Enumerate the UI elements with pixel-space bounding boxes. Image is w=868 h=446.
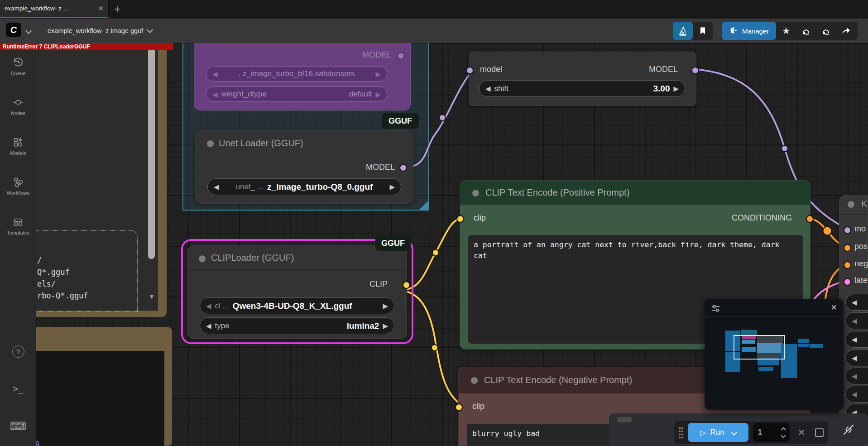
manager-button[interactable]: Manager: [722, 22, 776, 40]
theme-toggle-button[interactable]: [673, 22, 693, 40]
node-collapse-dot[interactable]: [848, 201, 854, 208]
widget-value: default: [349, 90, 372, 99]
templates-icon: [12, 216, 24, 228]
extension-button-1[interactable]: [796, 22, 816, 40]
prev-value-icon[interactable]: ◀: [214, 183, 219, 190]
sidebar-item-queue[interactable]: Queue: [0, 57, 36, 76]
model-output-port[interactable]: [691, 67, 699, 74]
node-title-bar[interactable]: CLIP Text Encode (Positive Prompt): [460, 181, 810, 205]
negative-input-port[interactable]: [844, 261, 851, 269]
latent-input-port[interactable]: [844, 278, 851, 286]
prev-value-icon[interactable]: ◀: [852, 373, 857, 379]
node-collapse-dot[interactable]: [472, 190, 479, 197]
decrement-icon[interactable]: [781, 433, 786, 438]
shift-widget[interactable]: ◀ shift 3.00 ▶: [479, 80, 685, 97]
prev-value-icon[interactable]: ◀: [485, 85, 491, 92]
favorites-button[interactable]: ★: [776, 22, 796, 40]
scroll-down-icon[interactable]: ▼: [149, 293, 155, 300]
bypassed-checkpoint-node[interactable]: MODEL ◀ . z_image_turbo_bf16.safetensors…: [194, 42, 411, 110]
prev-value-icon[interactable]: ◀: [206, 302, 211, 309]
prev-value-icon[interactable]: ◀: [852, 391, 857, 398]
node-badge-gguf: GGUF: [375, 235, 411, 251]
prev-value-icon[interactable]: ◀: [206, 322, 211, 329]
sidebar-help-button[interactable]: ?: [0, 345, 36, 358]
next-value-icon[interactable]: ▶: [375, 71, 381, 77]
prev-value-icon[interactable]: ◀: [852, 336, 857, 343]
run-options-chevron-icon[interactable]: [731, 429, 737, 436]
minimap-panel[interactable]: ✕: [705, 299, 844, 410]
widget-stub[interactable]: ◀: [845, 312, 868, 329]
error-toast[interactable]: RuntimeError 7 CLIPLoaderGGUF: [0, 43, 173, 50]
clip-input-port[interactable]: [455, 403, 463, 411]
prev-value-icon[interactable]: ◀: [212, 71, 218, 77]
clear-queue-icon[interactable]: ✕: [794, 427, 809, 438]
prev-value-icon[interactable]: ◀: [852, 355, 857, 361]
model-output-port[interactable]: [397, 52, 405, 60]
type-widget[interactable]: ◀ type lumina2 ▶: [200, 317, 394, 334]
note-node[interactable]: ▼ / Q*.gguf els/ rbo-Q*.gguf: [27, 42, 167, 317]
model-sampling-node[interactable]: model MODEL ◀ shift 3.00 ▶: [469, 52, 696, 106]
next-value-icon[interactable]: ▶: [383, 322, 388, 329]
run-button[interactable]: ▷ Run: [688, 423, 748, 442]
widget-stub[interactable]: ◀: [845, 386, 868, 403]
model-output-port[interactable]: [399, 164, 407, 172]
next-value-icon[interactable]: ▶: [375, 91, 381, 98]
unet-loader-node[interactable]: Unet Loader (GGUF) MODEL ◀ unet_ ... z_i…: [195, 130, 413, 204]
sidebar-item-models[interactable]: Models: [0, 136, 36, 156]
new-tab-button[interactable]: +: [114, 2, 120, 16]
batch-count-stepper[interactable]: [782, 428, 785, 437]
input-label: pos: [854, 242, 868, 251]
workflow-tab[interactable]: example_workflow- z ... ✕: [0, 0, 109, 18]
toolbar-drag-handle[interactable]: [679, 427, 683, 438]
widget-stub[interactable]: ◀: [845, 294, 868, 311]
share-button[interactable]: [836, 22, 856, 40]
model-input-port[interactable]: [844, 226, 851, 234]
widget-stub[interactable]: ◀: [845, 350, 868, 366]
sidebar-item-templates[interactable]: Templates: [0, 216, 36, 235]
minimap-options-icon[interactable]: [711, 303, 721, 313]
note-scrollbar-thumb[interactable]: [148, 47, 155, 259]
sidebar-item-workflows[interactable]: Workflows: [0, 176, 36, 196]
output-label: MODEL: [649, 65, 678, 74]
next-value-icon[interactable]: ▶: [389, 183, 395, 190]
clip-input-port[interactable]: [456, 215, 464, 223]
logo-menu-chevron-icon[interactable]: [25, 28, 32, 34]
next-value-icon[interactable]: ▶: [383, 302, 388, 309]
clip-name-widget[interactable]: ◀ cl ... Qwen3-4B-UD-Q8_K_XL.gguf ▶: [200, 297, 394, 314]
unet-name-widget[interactable]: ◀ unet_ ... z_image_turbo-Q8_0.gguf ▶: [207, 178, 401, 195]
weight-dtype-widget[interactable]: ◀ weight_dtype default ▶: [206, 86, 387, 102]
model-input-port[interactable]: [466, 67, 474, 74]
note-2-textarea[interactable]: s: [33, 351, 164, 446]
sidebar-item-nodes[interactable]: Nodes: [0, 96, 36, 116]
unlink-icon[interactable]: [839, 419, 858, 440]
stop-icon[interactable]: [815, 428, 824, 437]
sidebar-terminal-button[interactable]: >_: [0, 384, 36, 393]
widget-stub[interactable]: ◀: [845, 331, 868, 348]
minimap-close-icon[interactable]: ✕: [831, 303, 837, 312]
conditioning-output-port[interactable]: [806, 215, 814, 223]
clip-loader-node[interactable]: CLIPLoader (GGUF) CLIP ◀ cl ... Qwen3-4B…: [187, 245, 407, 339]
node-collapse-dot[interactable]: [199, 255, 206, 262]
sidebar-shortcuts-button[interactable]: ⌨: [0, 420, 36, 433]
group-resize-handle[interactable]: [418, 200, 429, 211]
minimap-viewport[interactable]: [734, 335, 785, 360]
comfyui-logo[interactable]: C: [6, 23, 21, 37]
clip-output-port[interactable]: [403, 281, 410, 289]
workflow-title-menu[interactable]: example_workflow- z image gguf: [48, 19, 152, 43]
node-collapse-dot[interactable]: [471, 377, 478, 384]
positive-input-port[interactable]: [844, 244, 851, 252]
extension-button-2[interactable]: [816, 22, 836, 40]
minimap-node: [758, 367, 773, 371]
ckpt-name-widget[interactable]: ◀ . z_image_turbo_bf16.safetensors ▶: [206, 66, 387, 82]
prev-value-icon[interactable]: ◀: [212, 91, 218, 98]
node-collapse-dot[interactable]: [207, 140, 214, 147]
widget-stub[interactable]: ◀: [845, 368, 868, 384]
note-node-2[interactable]: s: [33, 327, 172, 446]
tab-close-icon[interactable]: ✕: [98, 5, 104, 13]
next-value-icon[interactable]: ▶: [673, 85, 679, 92]
prev-value-icon[interactable]: ◀: [852, 299, 857, 306]
batch-count-input[interactable]: 1: [753, 423, 789, 442]
bookmark-button[interactable]: [693, 22, 713, 40]
prev-value-icon[interactable]: ◀: [852, 317, 857, 324]
increment-icon[interactable]: [781, 427, 786, 432]
